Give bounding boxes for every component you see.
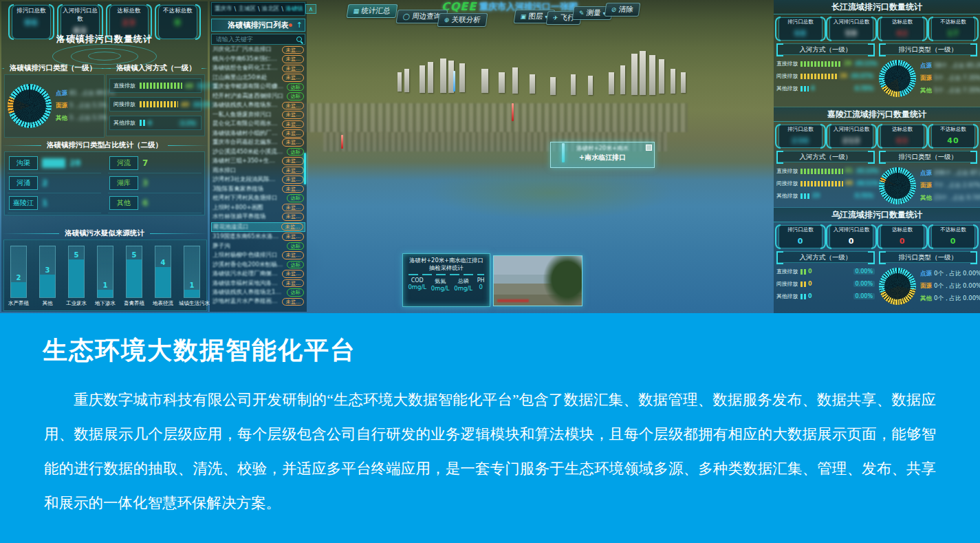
list-item[interactable]: 重庆金华能源有限公司赚矿(日...达标 xyxy=(211,83,305,91)
stat-value: 17 xyxy=(947,29,959,38)
source-bar-label: 工业废水 xyxy=(63,300,89,307)
list-item[interactable]: 上坝村杨柳中色镁排污口未监... xyxy=(211,251,305,259)
metric-value: 0 xyxy=(477,284,485,290)
inflow-percent: 48.51% xyxy=(855,180,880,187)
breadcrumb-item[interactable]: 重庆市 xyxy=(215,5,232,13)
inflow-subtitle: 入河方式（一级） xyxy=(776,251,875,263)
toolbar-label: 关联分析 xyxy=(451,15,481,25)
inflow-bar xyxy=(801,294,806,299)
source-bar-value: 4 xyxy=(155,259,171,266)
building xyxy=(398,72,402,92)
list-item[interactable]: 洛碛镇残疾人养殖场北15米自...达标 xyxy=(211,288,305,297)
search-icon[interactable] xyxy=(296,36,302,42)
stat-capsule-排污口总数: 排污口总数236 xyxy=(778,125,823,148)
list-item[interactable]: 桃兴小学南635米强仁畜牧农...未监... xyxy=(211,55,305,63)
source-bar-label: 水产养殖 xyxy=(6,300,32,307)
collapse-up-icon[interactable]: ↑ xyxy=(296,19,303,31)
outlet-tooltip[interactable]: 洛碛村+20米+南水 +南水临江排口 xyxy=(550,142,655,168)
inflow-bar xyxy=(801,193,810,199)
map-pin-red[interactable] xyxy=(512,103,514,121)
inflow-method-chart: 直接排放4852.7%间接排放4044.0%其他排放03.3% xyxy=(106,74,205,136)
source-bar-track: 4 xyxy=(155,246,171,298)
toolbar-button-统计汇总[interactable]: ▦统计汇总 xyxy=(347,4,398,18)
list-item[interactable]: 水竹林张娘平养殖场未监... xyxy=(211,213,305,221)
legend-value: 5，占比 5.5% xyxy=(69,114,107,121)
stat-value: 213 xyxy=(842,136,860,145)
source-bar-fill xyxy=(184,290,199,297)
outlet-name: 上坝村杨柳中色镁排污口 xyxy=(213,251,280,259)
status-badge: 达标 xyxy=(287,92,304,100)
collapse-icon[interactable]: ∧ xyxy=(305,4,317,14)
outlet-name: 桂湾村下湾村凤鱼塘排口 xyxy=(213,194,285,202)
list-item[interactable]: 沙湾村3社龙段清凤陈鱼塘温...未监... xyxy=(211,175,305,184)
metric-总磷: 总磷0mg/L xyxy=(454,277,472,292)
outlet-name: 洛碛镇残疾人养殖场东北20米... xyxy=(213,101,280,109)
list-item[interactable]: 昆仑化工有限公司雨水排污口未监... xyxy=(211,120,305,128)
status-badge: 未监... xyxy=(282,270,304,278)
building xyxy=(512,67,518,94)
list-item[interactable]: 3险陈畜禽家养殖场未监... xyxy=(211,185,305,193)
inflow-column: 入河方式（一级）直接排放00.00%间接排放00.00%其他排放00.00% xyxy=(776,251,875,307)
list-item[interactable]: 胖子沟达标 xyxy=(211,242,305,250)
search-input[interactable] xyxy=(215,35,296,43)
source-bar-column: 1地下渗水 xyxy=(92,246,118,307)
toolbar-label: 清除 xyxy=(618,5,634,14)
list-item[interactable]: 川庆化工厂污水总排口未监... xyxy=(211,45,305,54)
stat-value: 68 xyxy=(794,29,806,38)
toolbar-button-清除[interactable]: ⊘清除 xyxy=(605,3,640,17)
list-item[interactable]: 荷花池溢流口未监... xyxy=(211,222,305,232)
map-3d-view[interactable]: CQEE 重庆市入河排污口一张图 ▦统计汇总◯周边查询⊕关联分析▣图层▾✈飞行✎… xyxy=(0,0,980,313)
toolbar-label: 测量 xyxy=(586,8,602,18)
basin-panel-title: 长江流域排污口数量统计 xyxy=(774,0,980,14)
breadcrumb-item[interactable]: 渝北区 xyxy=(262,5,280,13)
outlet-name: 3险陈畜禽家养殖场 xyxy=(213,185,280,193)
source-bar-column: 5畜禽养殖 xyxy=(121,246,147,307)
inflow-bar xyxy=(801,269,806,275)
list-item[interactable]: 洛碛村三组+350+生活源未监... xyxy=(211,157,305,165)
list-item[interactable]: 江山廊里山北50米处未监... xyxy=(211,74,305,82)
list-scrollbar-thumb[interactable] xyxy=(304,153,306,184)
list-item[interactable]: 重庆市合药嘉起北偏东150米未监... xyxy=(211,138,305,147)
source-bar-track: 5 xyxy=(126,246,142,298)
breadcrumb-item[interactable]: 主城区 xyxy=(238,5,256,13)
list-item[interactable]: 洛碛镇想仓食药化工工业入河...未监... xyxy=(211,64,305,72)
list-item[interactable]: 桂湾村下湾村凤鱼塘排口达标 xyxy=(211,194,305,202)
inflow-column: 入河方式（一级）直接排放2949.15%间接排放2644.07%其他排放46.7… xyxy=(776,43,875,99)
building xyxy=(481,69,488,93)
basin-panel-嘉陵江流域排污口数量统计: 嘉陵江流域排污口数量统计排污口总数236入河排污口总数213达标总数63不达标总… xyxy=(774,107,980,208)
legend-label: 点源 xyxy=(56,89,67,96)
outlet-photo-thumbnail[interactable] xyxy=(493,255,582,306)
inflow-label: 其他排放 xyxy=(776,85,798,92)
map-pin-blue[interactable] xyxy=(453,71,455,92)
stat-label: 不达标总数 xyxy=(932,19,974,25)
town-section-headers: 洛碛镇排污口类型（一级） 洛碛镇入河方式（一级） xyxy=(1,63,208,73)
status-badge: 未监... xyxy=(282,167,304,175)
status-badge: 未监... xyxy=(282,175,304,184)
toolbar-button-关联分析[interactable]: ⊕关联分析 xyxy=(437,13,488,27)
source-bar-fill xyxy=(69,259,84,297)
list-item[interactable]: 洛碛镇洛碛村小组的厂小区未监... xyxy=(211,129,305,138)
list-item[interactable]: 一私人鱼塘废弃排污口未监... xyxy=(211,111,305,119)
list-item[interactable]: 沙地村盂片水产养殖画源排污口未监... xyxy=(211,297,305,306)
sampling-popup-title: 洛碛村+20米+南水临江排口抽检采样统计 xyxy=(403,254,490,272)
outlet-list-title-bar: 洛碛镇排污口列表 ↑ xyxy=(211,19,305,32)
source-section-title: 洛碛镇污水疑似来源统计 xyxy=(1,228,208,238)
map-pin-red-2[interactable] xyxy=(341,135,343,149)
list-item[interactable]: 319国道东南65米水洛洞桥6组未监... xyxy=(211,233,305,241)
legend-label: 面源 xyxy=(920,182,932,189)
level2-cell-嘉陵江: 嘉陵江1 xyxy=(8,193,101,213)
list-item[interactable]: 洛碛镇污水处理厂南侧围墙外...未监... xyxy=(211,270,305,278)
breadcrumb-separator: \ xyxy=(235,6,237,12)
list-item[interactable]: 洛碛镇幸福村采地沟洛碛残疾...未监... xyxy=(211,279,305,287)
list-item[interactable]: 雨水排口未监... xyxy=(211,167,305,175)
list-item[interactable]: 沙溪村香仑电200米刨杨溪汇...达标 xyxy=(211,260,305,268)
list-item[interactable]: 经开村沪渝高速西侧排污口达标 xyxy=(211,92,305,100)
toolbar-icon-清除: ⊘ xyxy=(611,6,617,13)
source-bar-track: 1 xyxy=(97,246,113,298)
list-item[interactable]: 洛碛镇残疾人养殖场东北20米...未监... xyxy=(211,101,305,109)
list-item[interactable]: 上坝时+800+画图未监... xyxy=(211,204,305,212)
breadcrumb-item[interactable]: 洛碛镇 xyxy=(285,5,303,13)
stat-value: 40 xyxy=(947,136,959,145)
list-item[interactable]: 沙公溪流450米处小溪流排口达标 xyxy=(211,148,305,156)
building xyxy=(404,69,409,92)
